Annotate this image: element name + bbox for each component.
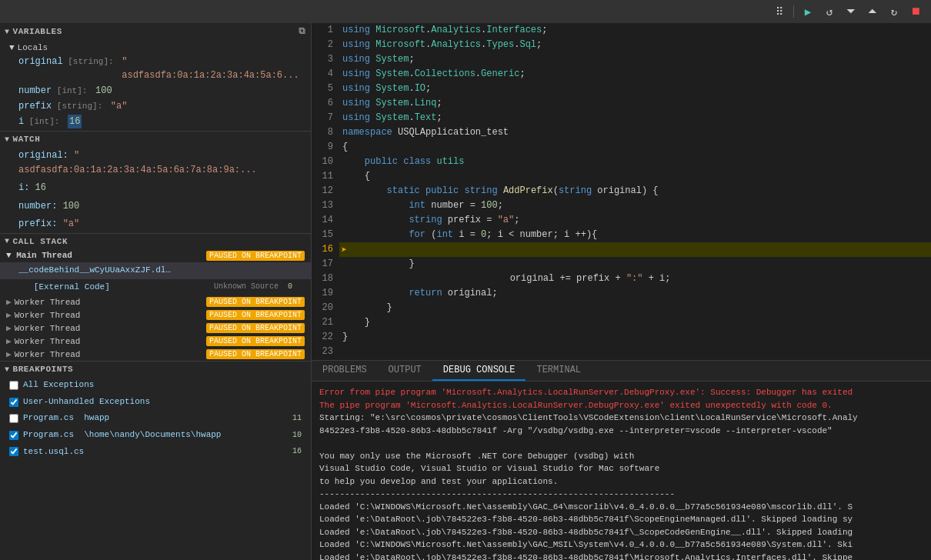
main-thread-group: ▼ Main Thread PAUSED ON BREAKPOINT __cod… [0, 249, 311, 295]
restart-button[interactable]: ↻ [885, 2, 903, 21]
bp-program-hwapp-count: 11 [292, 412, 302, 425]
worker-thread-4[interactable]: ▶ Worker Thread PAUSED ON BREAKPOINT [0, 335, 311, 348]
ln-17: 17 [312, 257, 333, 272]
code-line-8: namespace USQLApplication_test [339, 125, 931, 140]
ln-21: 21 [312, 315, 333, 330]
variables-header[interactable]: ▼ VARIABLES ⧉ [0, 23, 311, 40]
tab-terminal[interactable]: TERMINAL [526, 361, 592, 381]
var-i: i [int]: 16 [0, 114, 311, 129]
tab-problems[interactable]: PROBLEMS [312, 361, 378, 381]
left-panel: ▼ VARIABLES ⧉ ▼ Locals original [string]… [0, 23, 312, 560]
ln-9: 9 [312, 140, 333, 155]
bp-program-hwapp-checkbox[interactable] [9, 414, 18, 423]
right-panel: 1 2 3 4 5 6 7 8 9 10 11 12 13 14 15 16 1 [312, 23, 931, 560]
code-line-15: for (int i = 0; i < number; i ++){ [339, 228, 931, 242]
code-line-22: } [339, 330, 931, 345]
console-msg-0: Error from pipe program 'Microsoft.Analy… [319, 386, 923, 399]
worker-5-name: Worker Thread [15, 350, 81, 359]
watch-number: number: 100 [0, 198, 311, 215]
continue-button[interactable]: ▶ [799, 2, 817, 21]
watch-number-value: 100 [63, 201, 80, 212]
tab-output[interactable]: OUTPUT [378, 361, 432, 381]
step-into-button[interactable]: ⏷ [842, 2, 860, 21]
var-i-type: [int]: [24, 115, 65, 128]
console-msg-4 [319, 437, 923, 450]
worker-3-badge: PAUSED ON BREAKPOINT [206, 323, 305, 333]
callstack-label: CALL STACK [13, 237, 68, 246]
worker-2-name: Worker Thread [15, 311, 81, 320]
frame-1-line: 0 [283, 281, 292, 293]
bp-test-usql: test.usql.cs 16 [0, 444, 311, 461]
watch-prefix-value: "a" [63, 218, 80, 229]
step-over-button[interactable]: ↺ [820, 2, 839, 21]
bp-program-docs-checkbox[interactable] [9, 431, 18, 440]
ln-18: 18 [312, 272, 333, 286]
tab-debug-console[interactable]: DEBUG CONSOLE [432, 361, 526, 381]
code-line-2: using Microsoft.Analytics.Types.Sql; [339, 38, 931, 52]
bp-program-hwapp: Program.cs hwapp 11 [0, 410, 311, 427]
main-thread-badge: PAUSED ON BREAKPOINT [206, 251, 305, 261]
worker-1-badge: PAUSED ON BREAKPOINT [206, 297, 305, 307]
code-line-10: public class utils [339, 155, 931, 169]
var-i-name: i [18, 115, 24, 128]
console-msg-6: Visual Studio Code, Visual Studio or Vis… [319, 462, 923, 475]
breakpoints-header[interactable]: ▼ BREAKPOINTS [0, 362, 311, 377]
ln-4: 4 [312, 67, 333, 82]
console-msg-3: 84522e3-f3b8-4520-86b3-48dbb5c7841f -Arg… [319, 425, 923, 438]
ln-7: 7 [312, 111, 333, 125]
ln-5: 5 [312, 82, 333, 96]
main-thread-name: Main Thread [16, 251, 72, 260]
watch-section: ▼ WATCH original: " asdfasdfa:0a:1a:2a:3… [0, 131, 311, 233]
bp-all-exceptions-checkbox[interactable] [9, 381, 18, 390]
watch-i-name: i: [18, 182, 29, 193]
ln-3: 3 [312, 52, 333, 67]
bottom-panel: PROBLEMS OUTPUT DEBUG CONSOLE TERMINAL E… [312, 360, 931, 560]
console-msg-13: Loaded 'e:\DataRoot\.job\784522e3-f3b8-4… [319, 552, 923, 561]
toolbar-separator [793, 5, 794, 18]
code-line-17: } [339, 257, 931, 272]
worker-2-expand-icon: ▶ [6, 310, 12, 320]
main-thread-header[interactable]: ▼ Main Thread PAUSED ON BREAKPOINT [0, 249, 311, 262]
stop-button[interactable]: ⏹ [906, 2, 925, 21]
watch-header[interactable]: ▼ WATCH [0, 132, 311, 147]
variables-copy-icon[interactable]: ⧉ [299, 26, 306, 37]
worker-thread-3[interactable]: ▶ Worker Thread PAUSED ON BREAKPOINT [0, 322, 311, 335]
main-thread-expand: ▼ [6, 251, 12, 260]
code-line-9: { [339, 140, 931, 155]
locals-group: ▼ Locals original [string]: " asdfasdfa:… [0, 40, 311, 131]
frame-1-name: [External Code] [18, 281, 110, 295]
console-msg-1: The pipe program 'Microsoft.Analytics.Lo… [319, 399, 923, 412]
code-line-3: using System; [339, 52, 931, 67]
var-number-type: [int]: [52, 85, 92, 98]
console-msg-10: Loaded 'e:\DataRoot\.job\784522e3-f3b8-4… [319, 513, 923, 526]
var-i-value: 16 [68, 115, 82, 128]
code-lines-container: 1 2 3 4 5 6 7 8 9 10 11 12 13 14 15 16 1 [312, 23, 931, 360]
step-out-button[interactable]: ⏶ [863, 2, 882, 21]
variables-expand-icon: ▼ [5, 28, 10, 36]
bp-all-exceptions-name: All Exceptions [23, 378, 94, 392]
console-msg-5: You may only use the Microsoft .NET Core… [319, 450, 923, 463]
bp-unhandled: User-Unhandled Exceptions [0, 394, 311, 411]
ln-20: 20 [312, 301, 333, 315]
worker-1-name: Worker Thread [15, 298, 81, 307]
code-line-16: ➤ original += prefix + ":" + i; [339, 242, 931, 257]
worker-5-expand-icon: ▶ [6, 349, 12, 359]
worker-3-expand-icon: ▶ [6, 323, 12, 333]
worker-thread-1[interactable]: ▶ Worker Thread PAUSED ON BREAKPOINT [0, 295, 311, 308]
console-msg-11: Loaded 'e:\DataRoot\.job\784522e3-f3b8-4… [319, 526, 923, 539]
bp-unhandled-checkbox[interactable] [9, 398, 18, 407]
console-msg-12: Loaded 'C:\WINDOWS\Microsoft.Net\assembl… [319, 538, 923, 552]
bp-test-usql-checkbox[interactable] [9, 447, 18, 456]
locals-group-header[interactable]: ▼ Locals [0, 42, 311, 54]
watch-label: WATCH [13, 135, 41, 144]
variables-section: ▼ VARIABLES ⧉ ▼ Locals original [string]… [0, 23, 311, 131]
stack-frame-0[interactable]: __codeBehind__wCyUUaAxxZJF.dll!USQLAppli… [0, 262, 311, 279]
worker-thread-2[interactable]: ▶ Worker Thread PAUSED ON BREAKPOINT [0, 308, 311, 322]
worker-4-badge: PAUSED ON BREAKPOINT [206, 336, 305, 346]
worker-thread-5[interactable]: ▶ Worker Thread PAUSED ON BREAKPOINT [0, 348, 311, 361]
callstack-header[interactable]: ▼ CALL STACK [0, 234, 311, 249]
grid-icon: ⠿ [770, 2, 789, 21]
code-line-13: int number = 100; [339, 198, 931, 213]
stack-frame-1[interactable]: [External Code] Unknown Source 0 [0, 279, 311, 296]
ln-15: 15 [312, 228, 333, 242]
